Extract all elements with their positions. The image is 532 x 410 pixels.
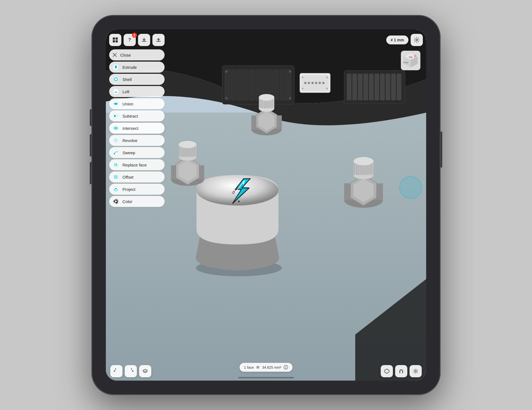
replace-face-label: Replace face bbox=[122, 163, 147, 167]
svg-point-101 bbox=[400, 176, 422, 199]
svg-rect-104 bbox=[113, 40, 115, 42]
tablet-screen: 13 mm bbox=[106, 29, 426, 381]
volume-up-button[interactable] bbox=[90, 134, 91, 156]
help-button[interactable]: ? 2 bbox=[124, 34, 136, 46]
svg-point-28 bbox=[326, 88, 328, 89]
svg-rect-35 bbox=[375, 74, 379, 100]
info-icon bbox=[283, 365, 288, 369]
extrude-label: Extrude bbox=[122, 65, 137, 70]
color-menu-item[interactable]: Color bbox=[109, 196, 165, 207]
intersect-menu-item[interactable]: Intersect bbox=[109, 123, 165, 134]
toolbar-left: ? 2 bbox=[109, 34, 165, 46]
svg-rect-5 bbox=[243, 70, 248, 100]
svg-rect-10 bbox=[274, 70, 279, 100]
sweep-label: Sweep bbox=[122, 150, 135, 155]
svg-point-67 bbox=[238, 201, 240, 202]
svg-point-129 bbox=[115, 115, 117, 117]
close-menu-item[interactable]: Close bbox=[109, 49, 165, 60]
svg-point-13 bbox=[225, 70, 227, 73]
upload-button[interactable] bbox=[152, 34, 165, 46]
loft-label: Loft bbox=[122, 89, 129, 94]
power-button[interactable] bbox=[441, 131, 442, 168]
svg-rect-2 bbox=[225, 70, 230, 100]
svg-point-22 bbox=[315, 82, 317, 84]
intersect-label: Intersect bbox=[122, 126, 139, 131]
project-menu-item[interactable]: Project bbox=[109, 184, 165, 195]
svg-rect-4 bbox=[237, 70, 242, 100]
shell-label: Shell bbox=[122, 77, 132, 82]
svg-rect-119 bbox=[115, 66, 117, 68]
loft-icon bbox=[112, 88, 120, 95]
project-icon bbox=[112, 185, 120, 193]
svg-point-84 bbox=[354, 157, 374, 165]
svg-point-100 bbox=[179, 141, 196, 148]
magnet-button[interactable] bbox=[395, 365, 407, 377]
grid-button[interactable] bbox=[109, 34, 121, 46]
union-label: Union bbox=[122, 102, 133, 106]
svg-point-126 bbox=[115, 103, 117, 105]
shell-icon bbox=[112, 75, 120, 83]
shell-menu-item[interactable]: Shell bbox=[109, 74, 165, 85]
download-button[interactable] bbox=[138, 34, 150, 46]
svg-point-106 bbox=[416, 39, 418, 41]
offset-icon bbox=[112, 173, 120, 181]
offset-label: Offset bbox=[122, 175, 134, 179]
svg-rect-7 bbox=[255, 70, 260, 100]
project-label: Project bbox=[122, 187, 135, 192]
sweep-menu-item[interactable]: Sweep bbox=[109, 147, 165, 158]
svg-rect-102 bbox=[113, 37, 115, 40]
subtract-menu-item[interactable]: Subtract bbox=[109, 110, 165, 122]
nav-cube[interactable]: top Front bbox=[400, 49, 422, 72]
bottom-left-tools bbox=[110, 365, 151, 377]
svg-rect-39 bbox=[397, 74, 401, 100]
revolve-label: Revolve bbox=[122, 138, 137, 143]
svg-point-26 bbox=[326, 77, 328, 78]
svg-rect-105 bbox=[116, 40, 118, 42]
objects-button[interactable] bbox=[381, 365, 393, 377]
svg-rect-12 bbox=[286, 70, 291, 100]
svg-point-55 bbox=[259, 94, 274, 101]
close-icon bbox=[112, 52, 117, 58]
svg-rect-31 bbox=[352, 74, 357, 100]
svg-point-158 bbox=[285, 366, 286, 367]
svg-text:Front: Front bbox=[403, 62, 408, 64]
svg-point-27 bbox=[302, 88, 303, 89]
svg-point-141 bbox=[113, 174, 119, 180]
help-icon: ? bbox=[128, 37, 131, 42]
replace-face-menu-item[interactable]: Replace face bbox=[109, 159, 165, 170]
snap-button[interactable]: # 1 mm bbox=[386, 36, 408, 44]
svg-point-15 bbox=[289, 70, 291, 73]
revolve-icon bbox=[112, 136, 120, 144]
viewport[interactable]: 13 mm bbox=[106, 29, 426, 381]
svg-point-21 bbox=[311, 82, 314, 84]
face-count: 1 face bbox=[244, 365, 254, 369]
subtract-icon bbox=[112, 112, 120, 120]
svg-point-19 bbox=[304, 82, 306, 84]
svg-point-162 bbox=[415, 370, 416, 372]
union-menu-item[interactable]: Union bbox=[109, 98, 165, 109]
svg-text:top: top bbox=[409, 56, 413, 58]
svg-rect-6 bbox=[249, 70, 254, 100]
svg-rect-30 bbox=[347, 74, 351, 100]
svg-rect-103 bbox=[116, 37, 118, 40]
extrude-menu-item[interactable]: Extrude bbox=[109, 62, 165, 73]
intersect-icon bbox=[112, 124, 120, 132]
subtract-label: Subtract bbox=[122, 114, 138, 118]
redo-button[interactable] bbox=[125, 365, 137, 377]
undo-button[interactable] bbox=[110, 365, 122, 377]
settings-button[interactable] bbox=[411, 34, 423, 46]
svg-point-16 bbox=[289, 97, 291, 99]
tablet-frame: 13 mm bbox=[91, 15, 441, 395]
loft-menu-item[interactable]: Loft bbox=[109, 86, 165, 97]
volume-mute-button[interactable] bbox=[90, 109, 91, 126]
revolve-menu-item[interactable]: Revolve bbox=[109, 135, 165, 146]
svg-point-25 bbox=[302, 77, 303, 78]
scene-settings-button[interactable] bbox=[410, 365, 422, 377]
layers-button[interactable] bbox=[139, 365, 151, 377]
volume-down-button[interactable] bbox=[90, 162, 91, 184]
offset-menu-item[interactable]: Offset bbox=[109, 171, 165, 183]
svg-rect-36 bbox=[380, 74, 385, 100]
close-label: Close bbox=[120, 53, 131, 57]
area-label: 34.625 mm² bbox=[262, 365, 281, 369]
bottom-right-tools bbox=[381, 365, 422, 377]
